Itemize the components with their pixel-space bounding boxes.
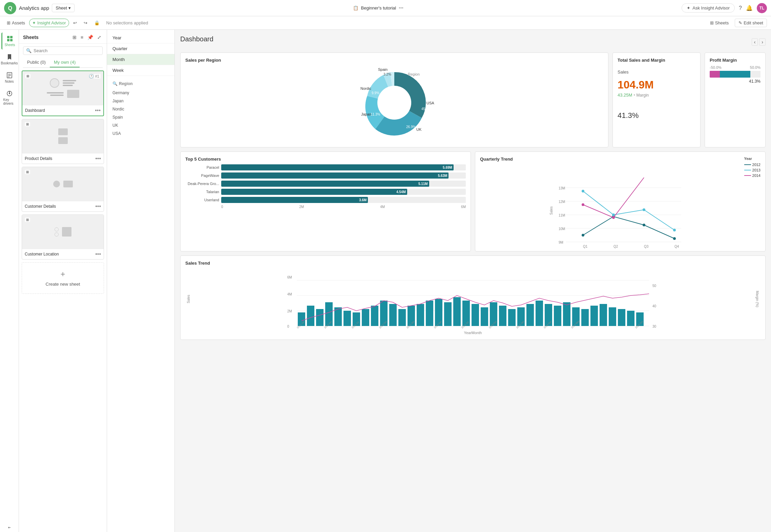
top-customers-card: Top 5 Customers Paracel 5.69M PageWave xyxy=(180,151,471,251)
filter-nordic[interactable]: Nordic xyxy=(107,105,174,113)
sidebar-item-key-drivers[interactable]: Key drivers xyxy=(1,87,18,108)
profit-bar-positive xyxy=(720,71,750,78)
svg-rect-75 xyxy=(426,301,433,326)
filter-quarter[interactable]: Quarter xyxy=(107,43,174,54)
filter-panel: Year Quarter Month Week 🔍 Region Germany… xyxy=(107,30,175,532)
filter-week[interactable]: Week xyxy=(107,65,174,76)
svg-point-49 xyxy=(612,216,615,219)
list-view-btn[interactable]: ≡ xyxy=(79,34,85,41)
sidebar-collapse-button[interactable]: ⇤ xyxy=(1,523,18,532)
sheet-card-customer-details[interactable]: ⊞ Customer Details ••• xyxy=(22,167,104,212)
sheet-card-product-details[interactable]: ⊞ Product Details ••• xyxy=(22,119,104,164)
create-sheet-label: Create new sheet xyxy=(46,282,80,287)
filter-month[interactable]: Month xyxy=(107,54,174,65)
filter-germany[interactable]: Germany xyxy=(107,89,174,97)
svg-text:Nordic: Nordic xyxy=(360,86,371,90)
svg-rect-69 xyxy=(371,306,378,326)
search-icon: 🔍 xyxy=(26,48,32,53)
ask-insight-button[interactable]: ✦ Ask Insight Advisor xyxy=(682,3,735,13)
nav-center: 📋 Beginner's tutorial ••• xyxy=(353,5,403,11)
insight-icon: ✦ xyxy=(32,20,36,25)
filter-region-title: 🔍 Region xyxy=(107,79,174,89)
expand-btn[interactable]: ⤢ xyxy=(96,34,103,41)
sheet-card-customer-location[interactable]: ⊞ Customer Location ••• xyxy=(22,214,104,260)
bar-label-3: Talarian xyxy=(185,190,219,194)
filter-usa[interactable]: USA xyxy=(107,129,174,138)
sheets-view-button[interactable]: ⊞ Sheets xyxy=(707,19,732,27)
insight-advisor-button[interactable]: ✦ Insight Advisor xyxy=(29,19,69,27)
sheet-preview-dashboard: ⊞ #1 🕐 xyxy=(22,71,103,105)
sidebar-item-sheets[interactable]: Sheets xyxy=(1,33,18,49)
charts-row-2: Top 5 Customers Paracel 5.69M PageWave xyxy=(180,151,766,251)
tutorial-button[interactable]: Beginner's tutorial xyxy=(361,5,396,11)
sheet-more-customer-location[interactable]: ••• xyxy=(95,251,101,257)
x-axis-label: YearMonth xyxy=(185,331,760,335)
sheet-more-customer-details[interactable]: ••• xyxy=(95,203,101,209)
total-sales-card: Total Sales and Margin Sales 104.9M 43.2… xyxy=(612,53,701,147)
svg-text:50: 50 xyxy=(652,284,657,288)
svg-rect-97 xyxy=(627,311,634,326)
create-sheet-card[interactable]: + Create new sheet xyxy=(22,262,104,294)
key-drivers-icon xyxy=(6,90,13,97)
preview-donut xyxy=(50,78,59,88)
svg-text:9.9%: 9.9% xyxy=(372,91,379,95)
filter-japan[interactable]: Japan xyxy=(107,97,174,105)
sheet-more-dashboard[interactable]: ••• xyxy=(95,107,101,114)
back-button[interactable]: ↩ xyxy=(70,19,80,27)
next-arrow[interactable]: › xyxy=(759,38,766,46)
svg-point-43 xyxy=(673,237,676,240)
svg-text:9M: 9M xyxy=(559,241,563,244)
svg-point-44 xyxy=(582,190,584,192)
grid-icon: ⊞ xyxy=(7,20,11,25)
bar-row-paracel: Paracel 5.69M xyxy=(185,164,466,170)
svg-rect-3 xyxy=(10,36,13,38)
svg-text:11M: 11M xyxy=(559,213,565,217)
svg-rect-5 xyxy=(10,39,13,41)
assets-button[interactable]: ⊞ Assets xyxy=(4,19,28,27)
search-input[interactable] xyxy=(34,48,100,53)
edit-sheet-button[interactable]: ✎ Edit sheet xyxy=(735,19,767,27)
bell-icon[interactable]: 🔔 xyxy=(746,5,753,11)
lock-button[interactable]: 🔒 xyxy=(91,19,102,27)
legend-2013: 2013 xyxy=(744,168,760,172)
prev-arrow[interactable]: ‹ xyxy=(752,38,758,46)
avatar[interactable]: TL xyxy=(757,3,767,13)
top-nav: Q Analytics app Sheet ▾ 📋 Beginner's tut… xyxy=(0,0,771,16)
sheet-more-product[interactable]: ••• xyxy=(95,156,101,162)
filter-spain[interactable]: Spain xyxy=(107,113,174,121)
toolbar: ⊞ Assets ✦ Insight Advisor ↩ ↪ 🔒 No sele… xyxy=(0,16,771,30)
tab-my-own[interactable]: My own (4) xyxy=(50,58,80,67)
svg-rect-80 xyxy=(472,304,479,326)
margin-pct: 41.3% xyxy=(618,111,695,120)
forward-button[interactable]: ↪ xyxy=(81,19,90,27)
filter-year[interactable]: Year xyxy=(107,33,174,43)
grid-view-btn[interactable]: ⊞ xyxy=(71,34,78,41)
sheet-card-dashboard[interactable]: ⊞ #1 🕐 Dashboard ••• xyxy=(22,70,104,116)
edit-icon: ✎ xyxy=(738,20,742,25)
preview-bar-2 xyxy=(63,82,75,84)
sales-value: 104.9M xyxy=(618,79,695,91)
no-selection-text: No selections applied xyxy=(106,20,148,25)
sheet-footer-customer-details: Customer Details ••• xyxy=(22,201,104,211)
svg-text:0: 0 xyxy=(287,325,289,328)
bar-track-0: 5.69M xyxy=(221,164,466,170)
sheets-panel-title: Sheets xyxy=(23,35,39,40)
svg-rect-2 xyxy=(7,36,9,38)
sales-per-region-card: Sales per Region xyxy=(180,53,608,147)
sheet-footer-dashboard: Dashboard ••• xyxy=(22,105,103,116)
tab-public[interactable]: Public (0) xyxy=(23,58,50,67)
svg-text:40: 40 xyxy=(652,304,657,308)
quarterly-legend: Year 2012 2013 2014 xyxy=(744,157,760,178)
sidebar-item-notes[interactable]: Notes xyxy=(1,69,18,86)
bar-row-userland: Userland 3.6M xyxy=(185,197,466,203)
pin-btn[interactable]: 📌 xyxy=(86,34,95,41)
svg-rect-93 xyxy=(590,306,598,326)
filter-uk[interactable]: UK xyxy=(107,121,174,129)
sheet-dropdown[interactable]: Sheet ▾ xyxy=(52,4,75,12)
sidebar-item-bookmarks[interactable]: Bookmarks xyxy=(1,51,18,68)
help-icon[interactable]: ? xyxy=(739,5,742,11)
svg-rect-84 xyxy=(508,309,516,326)
svg-point-48 xyxy=(582,203,584,206)
donut-container: USA UK Japan Nordic Spain Region 45.5% 2… xyxy=(185,65,603,140)
svg-rect-87 xyxy=(536,301,543,326)
